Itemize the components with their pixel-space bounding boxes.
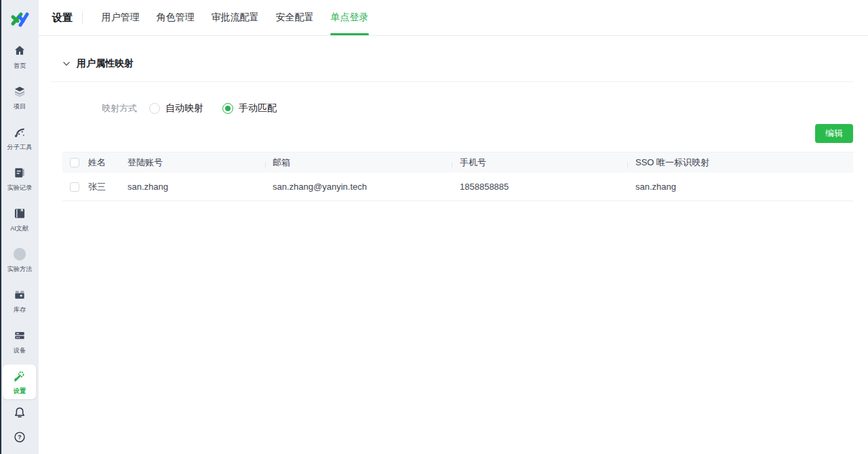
radio-auto-mapping[interactable]: 自动映射 xyxy=(149,102,203,115)
sidebar-item-experiment-record[interactable]: 实验记录 xyxy=(3,161,36,196)
app-logo-icon xyxy=(8,7,31,30)
tab-role-management[interactable]: 角色管理 xyxy=(148,0,203,35)
column-header-account: 登陆账号 xyxy=(127,157,265,169)
app-logo[interactable] xyxy=(7,7,33,30)
home-icon xyxy=(12,43,27,58)
sidebar-item-ai-literature[interactable]: AI文献 xyxy=(3,202,36,236)
radio-label: 自动映射 xyxy=(165,102,203,115)
tab-approval-flow-config[interactable]: 审批流配置 xyxy=(203,0,267,35)
experiment-record-icon xyxy=(12,165,27,180)
projects-layers-icon xyxy=(12,84,27,99)
table-row: 张三 san.zhang san.zhang@yanyin.tech 18588… xyxy=(62,173,853,201)
column-header-phone: 手机号 xyxy=(452,157,627,169)
user-mapping-table: 姓名 登陆账号 邮箱 手机号 SSO 唯一标识映射 张三 san.zhang s… xyxy=(62,152,853,201)
inventory-case-icon xyxy=(12,287,27,302)
help-icon[interactable]: ? xyxy=(12,430,27,445)
sidebar-item-molecule-tools[interactable]: 分子工具 xyxy=(3,121,36,155)
tab-bar: 用户管理 角色管理 审批流配置 安全配置 单点登录 xyxy=(93,0,377,35)
row-checkbox[interactable] xyxy=(70,182,79,192)
column-header-sso: SSO 唯一标识映射 xyxy=(627,157,853,169)
mapping-method-row: 映射方式 自动映射 手动匹配 xyxy=(102,102,853,115)
sidebar-item-label: 实验方法 xyxy=(7,265,32,274)
radio-selected-icon xyxy=(222,103,233,114)
radio-label: 手动匹配 xyxy=(239,102,277,115)
cell-sso: san.zhang xyxy=(627,182,853,192)
sidebar-item-label: 首页 xyxy=(13,62,25,70)
molecule-tools-icon xyxy=(12,125,27,140)
sidebar-item-label: 项目 xyxy=(13,102,25,111)
select-all-checkbox[interactable] xyxy=(70,158,79,167)
sidebar-item-equipment[interactable]: 设备 xyxy=(3,324,36,358)
cell-email: san.zhang@yanyin.tech xyxy=(265,182,452,192)
section-divider xyxy=(51,81,853,82)
experiment-method-icon xyxy=(12,247,27,262)
section-title: 用户属性映射 xyxy=(77,58,134,70)
tab-security-config[interactable]: 安全配置 xyxy=(267,0,322,35)
main-area: 设置 用户管理 角色管理 审批流配置 安全配置 单点登录 用户属性映射 映射方式… xyxy=(39,0,868,454)
page-title: 设置 xyxy=(52,12,73,24)
radio-manual-matching[interactable]: 手动匹配 xyxy=(222,102,277,115)
sidebar-item-settings[interactable]: 设置 xyxy=(3,365,36,399)
sidebar-item-label: AI文献 xyxy=(10,224,28,233)
edit-button[interactable]: 编辑 xyxy=(815,124,853,143)
topbar: 设置 用户管理 角色管理 审批流配置 安全配置 单点登录 xyxy=(39,0,868,36)
radio-unselected-icon xyxy=(149,103,160,114)
sidebar-item-label: 库存 xyxy=(13,306,25,314)
chevron-down-icon xyxy=(62,60,71,68)
table-header-row: 姓名 登陆账号 邮箱 手机号 SSO 唯一标识映射 xyxy=(62,152,853,173)
sidebar-item-label: 分子工具 xyxy=(7,143,32,152)
section-header-user-attribute-mapping[interactable]: 用户属性映射 xyxy=(62,58,853,70)
window-left-edge xyxy=(0,0,1,454)
column-header-email: 邮箱 xyxy=(265,157,452,169)
content-area: 用户属性映射 映射方式 自动映射 手动匹配 编辑 姓名 登陆账号 邮箱 手机号 xyxy=(39,36,868,454)
sidebar: 首页 项目 分子工具 实验记录 AI文献 实验方法 库存 xyxy=(0,0,39,454)
notification-bell-icon[interactable] xyxy=(12,405,27,420)
column-header-name: 姓名 xyxy=(88,157,127,169)
sidebar-item-experiment-method[interactable]: 实验方法 xyxy=(3,243,36,277)
sidebar-item-projects[interactable]: 项目 xyxy=(3,80,36,115)
actions-row: 编辑 xyxy=(62,124,853,143)
sidebar-item-label: 设置 xyxy=(13,387,25,396)
equipment-server-icon xyxy=(12,328,27,343)
tab-single-sign-on[interactable]: 单点登录 xyxy=(322,0,377,35)
cell-account: san.zhang xyxy=(127,182,265,192)
topbar-divider xyxy=(82,12,83,24)
tab-user-management[interactable]: 用户管理 xyxy=(93,0,148,35)
sidebar-item-home[interactable]: 首页 xyxy=(3,39,36,74)
cell-name: 张三 xyxy=(88,181,127,193)
settings-wrench-icon xyxy=(12,369,27,384)
sidebar-item-label: 设备 xyxy=(13,346,25,355)
sidebar-item-label: 实验记录 xyxy=(7,184,32,192)
mapping-method-label: 映射方式 xyxy=(102,102,137,115)
sidebar-item-inventory[interactable]: 库存 xyxy=(3,283,36,318)
ai-literature-book-icon xyxy=(12,206,27,221)
cell-phone: 1858858885 xyxy=(452,182,627,192)
svg-text:?: ? xyxy=(18,434,21,440)
